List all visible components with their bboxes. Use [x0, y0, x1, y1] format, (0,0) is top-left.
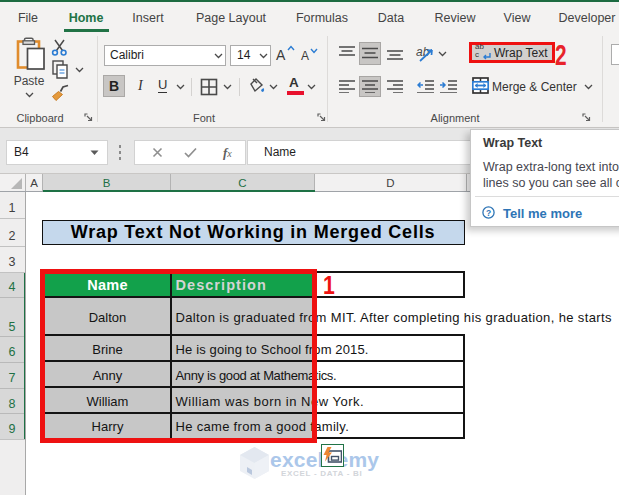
svg-text:?: ?	[486, 207, 491, 217]
